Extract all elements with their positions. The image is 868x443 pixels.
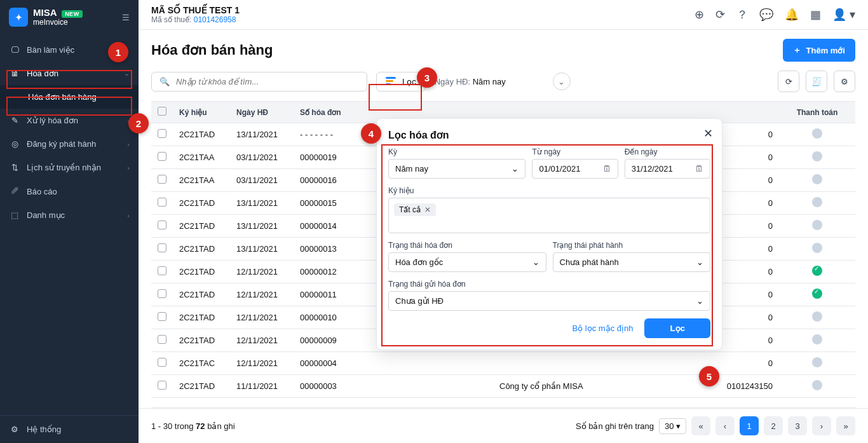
send-status-value: Chưa gửi HĐ [395, 296, 444, 306]
annotation-bubble-3: 3 [417, 67, 437, 88]
cell-number: 00000010 [294, 306, 363, 329]
row-checkbox[interactable] [158, 175, 166, 184]
search-box[interactable]: 🔍 [151, 72, 367, 92]
chevron-down-icon: ⌄ [696, 257, 703, 267]
status-dot [812, 243, 822, 253]
cell-date: 13/11/2021 [230, 215, 294, 238]
company-name: MÃ SỐ THUẾ TEST 1 [151, 5, 687, 15]
status-dot [812, 151, 822, 161]
symbol-multiselect[interactable]: Tất cả ✕ [388, 198, 710, 233]
page-number[interactable]: 3 [788, 416, 807, 435]
page-title: Hóa đơn bán hàng [151, 42, 273, 58]
status-dot [812, 197, 822, 207]
cell-number: 00000016 [294, 169, 363, 192]
row-checkbox[interactable] [158, 335, 166, 344]
bell-icon[interactable]: 🔔 [785, 8, 799, 22]
sidebar-item-history[interactable]: ⇅ Lịch sử truyền nhận › [0, 156, 139, 179]
table-row[interactable]: 2C21TAC 12/11/2021 00000004 0 [151, 352, 855, 375]
default-filter-link[interactable]: Bộ lọc mặc định [573, 324, 634, 333]
per-page-select[interactable]: 30 ▾ [659, 418, 686, 434]
row-checkbox[interactable] [158, 358, 166, 367]
col-check[interactable] [151, 102, 173, 123]
refresh-button[interactable]: ⟳ [778, 71, 799, 92]
footer: 1 - 30 trong 72 bản ghi Số bản ghi trên … [139, 408, 868, 443]
row-checkbox[interactable] [158, 198, 166, 207]
user-menu[interactable]: 👤 ▾ [832, 8, 855, 22]
sidebar-subitem-sales-invoice[interactable]: Hóa đơn bán hàng [0, 85, 139, 109]
gear-icon: ⚙ [9, 425, 20, 434]
sidebar-item-invoice[interactable]: 🗎 Hóa đơn ⌄ [0, 62, 139, 85]
plus-circle-icon[interactable]: ⊕ [695, 8, 704, 22]
period-select[interactable]: Năm nay ⌄ [388, 159, 526, 179]
col-header[interactable]: Thanh toán [779, 102, 855, 123]
cell-date: 12/11/2021 [230, 283, 294, 306]
row-checkbox[interactable] [158, 152, 166, 161]
sidebar-item-label: Hóa đơn [27, 69, 58, 78]
page-prev[interactable]: ‹ [715, 416, 735, 435]
sidebar-item-label: Bàn làm việc [27, 45, 74, 55]
from-date-input[interactable]: 01/01/2021 🗓 [532, 159, 618, 179]
cell-symbol: 2C21TAD [173, 375, 230, 398]
cell-payment [779, 169, 855, 192]
sidebar-item-system[interactable]: ⚙ Hệ thống [0, 415, 139, 443]
chat-icon[interactable]: 💬 [759, 8, 773, 22]
cell-date: 13/11/2021 [230, 192, 294, 215]
issue-status-select[interactable]: Chưa phát hành ⌄ [553, 252, 711, 272]
col-header[interactable]: Số hóa đơn [294, 102, 363, 123]
chip-remove-icon[interactable]: ✕ [424, 205, 431, 214]
page-number[interactable]: 1 [740, 416, 759, 435]
chevron-down-icon: ⌄ [532, 257, 539, 267]
status-dot [812, 266, 822, 276]
annotation-bubble-2: 2 [128, 113, 149, 133]
search-icon: 🔍 [159, 77, 170, 86]
tax-label: Mã số thuế: [151, 15, 191, 24]
export-excel-button[interactable]: 🧾 [806, 71, 827, 92]
page-number[interactable]: 2 [764, 416, 783, 435]
tax-code-link[interactable]: 0101426958 [194, 15, 236, 24]
row-checkbox[interactable] [158, 266, 166, 275]
page-next[interactable]: › [812, 416, 831, 435]
cell-symbol: 2C21TAD [173, 215, 230, 238]
add-button[interactable]: ＋ Thêm mới [783, 39, 855, 62]
cell-number: 00000019 [294, 146, 363, 169]
page-first[interactable]: « [691, 416, 710, 435]
cell-number: 00000003 [294, 375, 363, 398]
chip-all[interactable]: Tất cả ✕ [394, 203, 436, 216]
chevron-right-icon: › [127, 164, 130, 172]
row-checkbox[interactable] [158, 129, 166, 138]
inv-status-select[interactable]: Hóa đơn gốc ⌄ [388, 252, 546, 272]
cell-date: 12/11/2021 [230, 352, 294, 375]
apply-filter-button[interactable]: Lọc [644, 318, 710, 338]
col-header[interactable]: Ngày HĐ [230, 102, 294, 123]
expand-toggle[interactable]: ⌄ [553, 72, 571, 90]
row-checkbox[interactable] [158, 381, 166, 390]
page-last[interactable]: » [836, 416, 855, 435]
sidebar-item-catalog[interactable]: ⬚ Danh mục › [0, 203, 139, 227]
row-checkbox[interactable] [158, 289, 166, 298]
close-icon[interactable]: ✕ [703, 126, 713, 140]
sidebar-item-process[interactable]: ✎ Xử lý hóa đơn › [0, 109, 139, 132]
search-input[interactable] [176, 77, 359, 86]
apps-icon[interactable]: ▦ [810, 8, 821, 22]
send-status-select[interactable]: Chưa gửi HĐ ⌄ [388, 291, 710, 311]
sidebar-item-label: Danh mục [27, 210, 65, 220]
help-icon[interactable]: ？ [736, 7, 748, 22]
filter-label: Lọc [402, 77, 416, 86]
col-header[interactable]: Ký hiệu [173, 102, 230, 123]
sidebar-item-report[interactable]: ␥ Báo cáo [0, 179, 139, 203]
sidebar: ✦ MISA NEW meInvoice ☰ 🖵 Bàn làm việc 🗎 … [0, 0, 139, 443]
row-checkbox[interactable] [158, 221, 166, 229]
row-checkbox[interactable] [158, 312, 166, 321]
from-label: Từ ngày [532, 147, 618, 156]
annotation-bubble-1: 1 [108, 42, 128, 62]
row-checkbox[interactable] [158, 243, 166, 252]
table-row[interactable]: 2C21TAD 11/11/2021 00000003 Công ty cổ p… [151, 375, 855, 398]
cell-company [493, 352, 709, 375]
transfer-icon: ⇅ [9, 163, 20, 172]
to-date-input[interactable]: 31/12/2021 🗓 [625, 159, 710, 179]
sync-icon[interactable]: ⟳ [715, 8, 725, 22]
sidebar-item-register[interactable]: ◎ Đăng ký phát hành › [0, 132, 139, 156]
sidebar-toggle-icon[interactable]: ☰ [122, 13, 130, 22]
cell-date: 03/11/2021 [230, 169, 294, 192]
settings-button[interactable]: ⚙ [834, 71, 855, 92]
